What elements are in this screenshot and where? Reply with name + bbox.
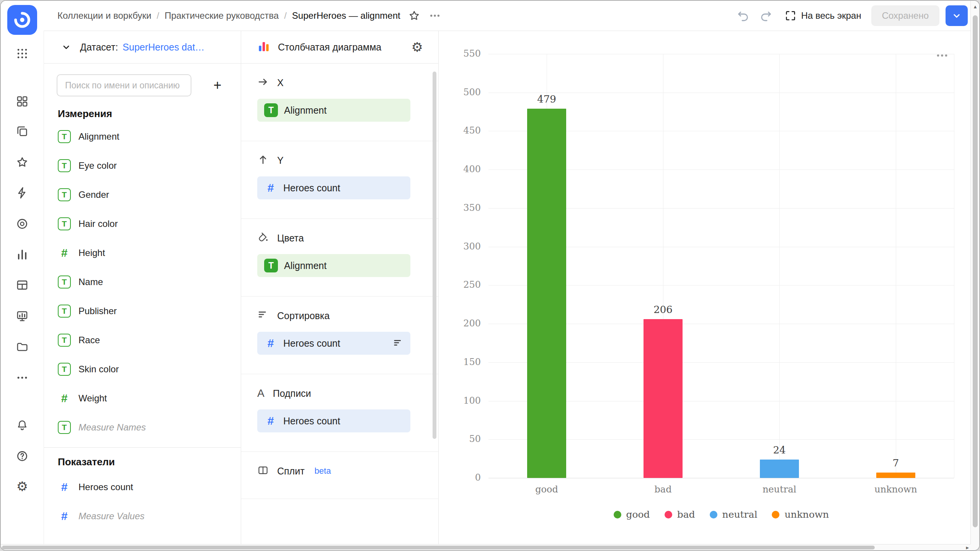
more-icon[interactable]	[14, 369, 31, 386]
field-search-input[interactable]	[57, 74, 191, 96]
bar-neutral[interactable]	[760, 460, 799, 478]
breadcrumb-item-3[interactable]: SuperHeroes — alignment	[292, 10, 400, 21]
quick-actions-icon[interactable]	[14, 184, 31, 201]
bar-good[interactable]	[527, 109, 566, 478]
y-axis-tick: 200	[443, 318, 481, 329]
v-gridline-edge	[954, 54, 954, 478]
bar-unknown[interactable]	[876, 473, 915, 478]
field-chip-alignment[interactable]: TAlignment	[257, 254, 410, 277]
fullscreen-button[interactable]: На весь экран	[784, 10, 861, 22]
more-actions-icon[interactable]	[426, 7, 443, 24]
favorite-star-icon[interactable]	[406, 7, 423, 24]
bar-value-label: 24	[749, 444, 810, 456]
redo-icon[interactable]	[758, 7, 774, 24]
settings-icon[interactable]: ⚙	[14, 478, 31, 495]
text-field-icon: T	[58, 188, 71, 201]
collections-icon[interactable]	[14, 123, 31, 140]
v-gridline	[779, 54, 780, 478]
field-item-skin-color[interactable]: TSkin color	[44, 355, 241, 384]
field-item-measure-names[interactable]: TMeasure Names	[44, 413, 241, 442]
chips-container: #Heroes count	[257, 332, 410, 355]
notifications-icon[interactable]	[14, 417, 31, 434]
config-section-head-labels: AПодписи	[257, 385, 410, 402]
editor-icon[interactable]	[14, 308, 31, 324]
add-field-button[interactable]: +	[207, 75, 228, 96]
h-gridline	[488, 478, 954, 478]
config-section-label: Цвета	[277, 233, 304, 244]
scroll-up-arrow-icon[interactable]: ▴	[971, 3, 980, 10]
y-axis-tick: 100	[443, 395, 481, 406]
horizontal-scrollbar-thumb[interactable]	[2, 546, 875, 549]
field-item-race[interactable]: TRace	[44, 326, 241, 355]
config-section-head-split: Сплитbeta	[257, 463, 410, 479]
services-icon[interactable]	[14, 215, 31, 232]
field-chip-heroes-count[interactable]: #Heroes count	[257, 176, 410, 199]
apps-grid-icon[interactable]	[14, 45, 31, 62]
legend-item-good[interactable]: good	[614, 509, 650, 520]
legend-item-bad[interactable]: bad	[665, 509, 695, 520]
save-status-button[interactable]: Сохранено	[871, 5, 939, 26]
collapse-chevron-icon[interactable]	[58, 39, 75, 55]
y-axis-tick: 350	[443, 202, 481, 213]
config-section-head-y: Y	[257, 152, 410, 169]
storage-icon[interactable]	[14, 338, 31, 355]
bar-bad[interactable]	[644, 319, 683, 478]
field-item-weight[interactable]: #Weight	[44, 384, 241, 413]
field-label: Eye color	[78, 160, 117, 171]
field-item-name[interactable]: TName	[44, 267, 241, 297]
field-chip-heroes-count[interactable]: #Heroes count	[257, 409, 410, 432]
undo-icon[interactable]	[735, 7, 751, 24]
config-section-label: Сортировка	[277, 310, 330, 321]
field-item-heroes-count[interactable]: #Heroes count	[44, 473, 241, 502]
paint-icon	[257, 231, 269, 245]
field-item-hair-color[interactable]: THair color	[44, 209, 241, 238]
config-section-split: Сплитbeta	[241, 452, 438, 499]
top-bar: Коллекции и воркбуки/Практические руково…	[44, 1, 979, 31]
breadcrumb-item-1[interactable]: Коллекции и воркбуки	[57, 10, 151, 21]
dataset-name-link[interactable]: SuperHeroes dat…	[122, 42, 204, 53]
config-section-labels: AПодписи#Heroes count	[241, 374, 438, 452]
charts-icon[interactable]	[14, 246, 31, 263]
sort-direction-icon[interactable]	[393, 338, 403, 349]
chip-label: Alignment	[284, 260, 327, 271]
field-chip-heroes-count[interactable]: #Heroes count	[257, 332, 410, 355]
arrow-right-icon	[257, 76, 269, 89]
field-item-publisher[interactable]: TPublisher	[44, 297, 241, 326]
field-item-measure-values[interactable]: #Measure Values	[44, 502, 241, 531]
config-panel-scrollbar[interactable]	[433, 72, 436, 439]
chart-menu-icon[interactable]	[935, 49, 949, 64]
field-item-gender[interactable]: TGender	[44, 180, 241, 209]
legend-item-neutral[interactable]: neutral	[710, 509, 758, 520]
field-item-height[interactable]: #Height	[44, 238, 241, 267]
datalens-logo[interactable]	[7, 5, 37, 35]
vertical-scrollbar-thumb[interactable]	[973, 15, 978, 527]
config-section-head-sort: Сортировка	[257, 307, 410, 324]
vertical-scrollbar[interactable]: ▴ ▾	[970, 1, 979, 550]
x-axis-label-neutral: neutral	[737, 484, 822, 495]
horizontal-scrollbar[interactable]: ▸	[1, 544, 970, 550]
dashboards-icon[interactable]	[14, 93, 31, 110]
favorites-icon[interactable]	[14, 154, 31, 171]
config-section-y: Y#Heroes count	[241, 141, 438, 219]
field-item-eye-color[interactable]: TEye color	[44, 151, 241, 180]
field-chip-alignment[interactable]: TAlignment	[257, 99, 410, 122]
bar-chart-type-icon[interactable]	[256, 39, 271, 55]
help-icon[interactable]	[14, 448, 31, 465]
dataset-label: Датасет:	[80, 42, 118, 53]
scroll-right-arrow-icon[interactable]: ▸	[966, 544, 969, 551]
chips-container: TAlignment	[257, 99, 410, 122]
dataset-panel: Датасет: SuperHeroes dat… + Измерения TA…	[44, 31, 241, 544]
scrollbar-corner	[970, 544, 979, 550]
field-item-alignment[interactable]: TAlignment	[44, 122, 241, 151]
chart-legend: goodbadneutralunknown	[488, 509, 954, 520]
y-axis-tick: 300	[443, 241, 481, 252]
save-dropdown-button[interactable]	[946, 5, 968, 26]
legend-item-unknown[interactable]: unknown	[772, 509, 829, 520]
breadcrumb-item-2[interactable]: Практические руководства	[165, 10, 279, 21]
tables-icon[interactable]	[14, 277, 31, 293]
text-field-icon: T	[58, 276, 71, 289]
chart-settings-gear-icon[interactable]: ⚙	[412, 41, 423, 54]
dimensions-list: TAlignmentTEye colorTGenderTHair color#H…	[44, 122, 241, 442]
number-field-icon: #	[264, 181, 277, 194]
measures-list: #Heroes count#Measure Values	[44, 473, 241, 531]
